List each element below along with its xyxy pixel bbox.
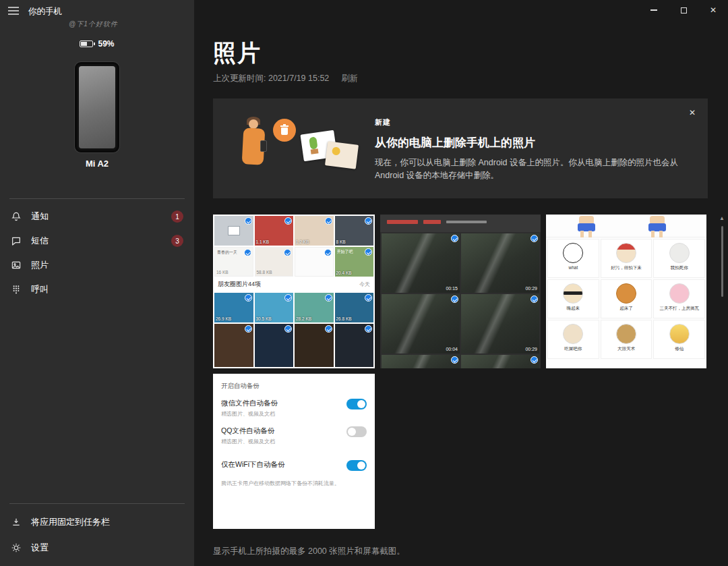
scrollbar-thumb[interactable] [721,226,723,297]
pin-icon [11,517,22,528]
check-icon [245,217,252,225]
video-thumb-cell: 00:30 [382,355,460,368]
photo-item-video-screenshot[interactable]: 00:15 00:29 00:04 00:29 00:30 00:04 [380,215,541,368]
backup-row-qq: QQ文件自动备份 精选图片、视频及文档 [221,426,367,445]
thumb-row: 青春的一天16 KB 58.8 KB 开始了吧20.4 KB [213,247,375,277]
thumb-cell [295,247,334,277]
file-size-label: 16 KB [216,270,229,275]
device-name: Mi A2 [0,159,194,169]
backup-row-subtitle: 精选图片、视频及文档 [221,410,346,418]
last-updated-text: 上次更新时间: 2021/7/19 15:52 [213,73,329,84]
phone-illustration [260,140,267,152]
page-title: 照片 [213,38,262,69]
trash-icon [273,119,296,142]
meme-cell: 好污，得拍下来 [601,239,653,278]
backup-row-title: 仅在WiFi下自动备份 [221,460,346,470]
video-grid: 00:15 00:29 00:04 00:29 00:30 00:04 [380,232,541,368]
close-icon: ✕ [689,108,696,117]
scroll-up-arrow[interactable]: ▲ [718,215,726,223]
message-badge: 3 [171,235,183,247]
battery-icon [80,40,93,47]
photo-gallery: 1.1 KB 1.2 KB 8 KB 青春的一天16 KB 58.8 KB 开始… [213,215,706,529]
backup-row-wifi: 仅在WiFi下自动备份 [221,460,367,471]
sidebar-item-calls[interactable]: 呼叫 [0,277,194,302]
video-thumb-cell: 00:04 [461,355,539,368]
thumb-cell: 28.2 KB [295,293,334,322]
check-icon [530,235,538,242]
toggle-on-icon [346,399,367,409]
meme-cell: 起床了 [601,279,653,318]
maximize-button[interactable] [669,0,698,20]
divider [9,198,185,199]
phone-screen [79,66,115,148]
thumb-cell: 30.5 KB [255,293,294,322]
thumb-text: 青春的一天 [217,250,237,256]
meme-cell: 大毁灭术 [601,320,653,359]
check-icon [324,249,332,256]
photo-item-wechat-screenshot[interactable]: 1.1 KB 1.2 KB 8 KB 青春的一天16 KB 58.8 KB 开始… [213,215,375,368]
meme-caption: 好污，得拍下来 [601,265,652,271]
check-icon [365,325,372,333]
file-size-label: 26.9 KB [216,316,231,321]
photos-icon [11,260,22,271]
meme-face [669,283,690,304]
sidebar-nav: 通知 1 短信 3 照片 呼叫 [0,204,194,302]
check-icon [325,294,332,302]
toggle-off-icon [346,426,367,437]
close-button[interactable]: ✕ [698,0,728,20]
backup-row-title: QQ文件自动备份 [221,426,346,436]
close-icon: ✕ [710,5,717,15]
banner-close-button[interactable]: ✕ [685,105,700,120]
photo-item-backup-settings-screenshot[interactable]: 开启自动备份 微信文件自动备份 精选图片、视频及文档 QQ文件自动备份 精选图片… [213,374,375,529]
main-content: ✕ 照片 上次更新时间: 2021/7/19 15:52 刷新 [194,0,728,566]
page-meta: 上次更新时间: 2021/7/19 15:52 刷新 [213,73,358,84]
meme-face [616,283,636,304]
file-size-label: 20.4 KB [336,271,352,275]
sidebar-item-photos[interactable]: 照片 [0,253,194,277]
banner-title: 从你的电脑上删除手机上的照片 [375,135,698,150]
thumb-row: 26.9 KB 30.5 KB 28.2 KB 26.8 KB [213,293,375,322]
check-icon [451,295,458,303]
hamburger-icon [7,6,20,16]
menu-button[interactable] [7,6,20,16]
backup-note: 腾讯王卡用户在移动数据网络下备份不消耗流量。 [221,480,349,488]
check-icon [325,217,332,225]
meme-grid: what 好污，得拍下来 我拍死你 嗨起来 起床了 三天不打，上房揭瓦 吃屎吧你… [546,237,706,360]
sidebar-item-messages[interactable]: 短信 3 [0,229,194,253]
scrollbar[interactable]: ▲ [718,215,726,543]
video-duration-label: 00:15 [446,286,458,291]
minimize-button[interactable] [639,0,669,20]
meme-face [616,324,636,344]
thumb-row [213,324,375,367]
meme-cell: what [547,239,599,278]
file-size-label: 26.8 KB [336,316,352,321]
thumb-cell: 58.8 KB [255,247,294,277]
meme-caption: 大毁灭术 [601,346,652,352]
backup-header: 开启自动备份 [221,382,367,391]
check-icon [365,217,372,225]
file-size-label: 30.5 KB [256,316,272,321]
thumb-cell: 26.9 KB [214,293,253,322]
meme-caption: what [548,265,599,270]
meme-caption: 我拍死你 [654,265,704,271]
pin-to-taskbar-button[interactable]: 将应用固定到任务栏 [0,509,194,535]
photo-item-meme-screenshot[interactable]: what 好污，得拍下来 我拍死你 嗨起来 起床了 三天不打，上房揭瓦 吃屎吧你… [546,215,706,368]
thumb-cell: 开始了吧20.4 KB [335,247,374,277]
delete-photos-banner: 新建 从你的电脑上删除手机上的照片 现在，你可以从电脑上删除 Android 设… [213,98,708,198]
sidebar-item-label: 通知 [31,210,49,223]
meme-face [616,243,636,263]
check-icon [245,325,252,333]
toggle-on-icon [346,460,367,471]
sidebar-item-notifications[interactable]: 通知 1 [0,204,194,229]
album-time: 今天 [359,281,370,288]
refresh-button[interactable]: 刷新 [341,73,358,84]
thumb-cell [214,216,253,246]
settings-button[interactable]: 设置 [0,535,194,561]
check-icon [530,356,538,364]
settings-label: 设置 [31,542,49,554]
pin-to-taskbar-label: 将应用固定到任务栏 [31,516,110,528]
thumb-cell: 1.2 KB [295,216,334,246]
check-icon [284,249,291,256]
watermark-text: @下1个好软件 [69,20,118,29]
file-size-label: 1.2 KB [296,239,309,244]
